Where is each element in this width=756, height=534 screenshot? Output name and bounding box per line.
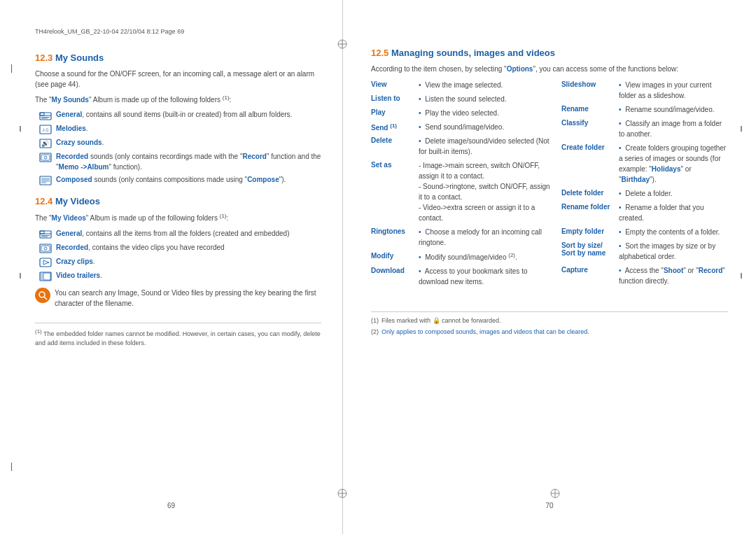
func-classify: Classify • Classify an image from a fold… (561, 118, 728, 139)
func-download-desc: • Access to your bookmark sites to downl… (419, 266, 554, 287)
melodies-text: Melodies. (56, 123, 88, 134)
func-empty-folder-label: Empty folder (561, 227, 619, 235)
func-set-as-label: Set as (371, 160, 419, 169)
svg-rect-32 (43, 273, 50, 280)
func-listen-label: Listen to (371, 94, 419, 102)
page-spread: | | TH4relook_UM_GB_22-10-04 22/10/04 8:… (0, 0, 756, 534)
margin-mark-left-low (20, 273, 21, 279)
func-delete-folder-desc: • Delete a folder. (619, 188, 728, 199)
svg-line-34 (44, 297, 47, 300)
func-view-desc: • View the image selected. (419, 80, 554, 90)
svg-point-27 (44, 247, 47, 250)
videos-item-crazy: Crazy clips. (35, 256, 321, 268)
margin-mark-right-low (741, 273, 742, 279)
sounds-item-general: General, contains all sound items (built… (35, 109, 321, 121)
videos-recorded-icon (38, 243, 53, 254)
func-sort: Sort by size/Sort by name • Sort the ima… (561, 241, 728, 262)
svg-point-14 (44, 156, 47, 159)
section-12-4-title: 12.4 My Videos (35, 196, 321, 206)
left-page: | | TH4relook_UM_GB_22-10-04 22/10/04 8:… (0, 0, 343, 534)
section-12-4-number: 12.4 (35, 196, 52, 206)
videos-item-trailers: Video trailers. (35, 270, 321, 282)
recorded-sounds-text: Recorded sounds (only contains recording… (56, 151, 321, 172)
func-empty-folder: Empty folder • Empty the contents of a f… (561, 227, 728, 237)
function-table: View • View the image selected. Listen t… (371, 80, 728, 290)
functions-left-col: View • View the image selected. Listen t… (371, 80, 554, 290)
general-sounds-text: General, contains all sound items (built… (56, 109, 292, 120)
sounds-item-composed: Composed sounds (only contains compositi… (35, 174, 321, 186)
func-listen: Listen to • Listen the sound selected. (371, 94, 554, 104)
general-sounds-icon (38, 110, 53, 121)
func-send-label: Send (1) (371, 122, 419, 132)
func-modify: Modify • Modify sound/image/video (2). (371, 251, 554, 262)
section-12-4-album-text: The "My Videos" Album is made up of the … (35, 212, 321, 223)
func-delete-folder-label: Delete folder (561, 188, 619, 197)
func-rename-folder-label: Rename folder (561, 202, 619, 211)
func-create-folder-label: Create folder (561, 143, 619, 151)
func-play-desc: • Play the video selected. (419, 108, 554, 118)
melodies-icon: ♪♫ (38, 124, 53, 135)
video-trailers-icon (38, 271, 53, 282)
section-12-3-name: My Sounds (55, 52, 104, 63)
func-empty-folder-desc: • Empty the contents of a folder. (619, 227, 728, 237)
section-12-3-intro: Choose a sound for the ON/OFF screen, fo… (35, 69, 321, 90)
crazy-clips-text: Crazy clips. (56, 256, 95, 267)
func-view: View • View the image selected. (371, 80, 554, 90)
right-footnote-area: (1) Files marked with 🔒 cannot be forwar… (371, 311, 728, 337)
svg-rect-20 (40, 231, 51, 238)
crazy-sounds-text: Crazy sounds. (56, 137, 104, 148)
sounds-item-crazy: 🔊 Crazy sounds. (35, 137, 321, 149)
section-12-5-name: Managing sounds, images and videos (391, 48, 555, 58)
func-sort-label: Sort by size/Sort by name (561, 241, 619, 257)
svg-rect-31 (41, 273, 43, 280)
svg-rect-26 (41, 246, 50, 251)
func-delete: Delete • Delete image/sound/video select… (371, 136, 554, 157)
func-rename-label: Rename (561, 104, 619, 113)
func-capture: Capture • Access the "Shoot" or "Record"… (561, 265, 728, 286)
func-delete-label: Delete (371, 136, 419, 144)
crazy-sounds-icon: 🔊 (38, 138, 53, 149)
left-footnote-area: (1) The embedded folder names cannot be … (35, 323, 321, 349)
margin-mark-left-bottom: | (10, 461, 13, 471)
func-capture-label: Capture (561, 265, 619, 274)
margin-mark-left-top: | (10, 63, 13, 73)
func-slideshow: Slideshow • View images in your current … (561, 80, 728, 101)
page-header: TH4relook_UM_GB_22-10-04 22/10/04 8:12 P… (35, 28, 321, 38)
composed-icon (38, 175, 53, 186)
section-12-4-name: My Videos (55, 196, 100, 206)
func-ringtones: Ringtones • Choose a melody for an incom… (371, 227, 554, 248)
func-set-as-desc: - Image->main screen, switch ON/OFF, ass… (419, 160, 554, 223)
videos-general-text: General, contains all the items from all… (56, 228, 290, 239)
search-tip: You can search any Image, Sound or Video… (35, 288, 321, 309)
right-footnote-2: (2) Only applies to composed sounds, ima… (371, 328, 728, 337)
func-send-desc: • Send sound/image/video. (419, 122, 554, 132)
svg-text:♪♫: ♪♫ (42, 127, 49, 133)
section-12-3-album-text: The "My Sounds" Album is made up of the … (35, 94, 321, 105)
right-page-number: 70 (545, 502, 553, 510)
search-tip-text: You can search any Image, Sound or Video… (55, 288, 321, 309)
right-footnote-1: (1) Files marked with 🔒 cannot be forwar… (371, 316, 728, 326)
func-create-folder: Create folder • Create folders grouping … (561, 143, 728, 185)
crosshair-bottom-right (550, 488, 561, 500)
right-footnote-1-text: Files marked with 🔒 cannot be forwarded. (382, 316, 501, 326)
section-12-5-title: 12.5 Managing sounds, images and videos (371, 48, 728, 58)
func-play: Play • Play the video selected. (371, 108, 554, 118)
svg-rect-15 (40, 176, 51, 185)
left-page-number: 69 (167, 502, 175, 510)
videos-general-icon (38, 229, 53, 240)
videos-recorded-text: Recorded, contains the video clips you h… (56, 242, 225, 253)
crazy-clips-icon (38, 257, 53, 268)
margin-mark-left-mid (20, 126, 21, 132)
func-delete-folder: Delete folder • Delete a folder. (561, 188, 728, 199)
sounds-item-melodies: ♪♫ Melodies. (35, 123, 321, 135)
svg-rect-3 (40, 113, 51, 120)
func-modify-label: Modify (371, 251, 419, 260)
margin-mark-right-mid (741, 126, 742, 132)
func-play-label: Play (371, 108, 419, 116)
composed-sounds-text: Composed sounds (only contains compositi… (56, 174, 286, 185)
recorded-icon (38, 152, 53, 163)
svg-marker-29 (43, 260, 49, 265)
func-view-label: View (371, 80, 419, 88)
section-12-5-intro: According to the item chosen, by selecti… (371, 64, 728, 74)
svg-point-33 (39, 292, 45, 297)
